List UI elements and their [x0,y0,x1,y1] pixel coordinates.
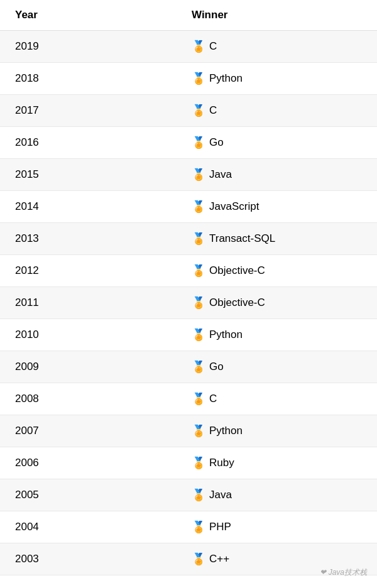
header-year: Year [15,9,185,21]
medal-icon: 🏅 [192,104,205,117]
medal-icon: 🏅 [192,264,205,278]
row-winner: 🏅Go [185,360,362,374]
row-year: 2004 [15,521,185,533]
table-row: 2007🏅Python [0,415,377,447]
row-winner: 🏅Transact-SQL [185,232,362,246]
table-row: 2018🏅Python [0,63,377,95]
table-row: 2019🏅C [0,31,377,63]
medal-icon: 🏅 [192,456,205,470]
row-year: 2014 [15,200,185,213]
table-row: 2009🏅Go [0,351,377,383]
row-year: 2011 [15,297,185,309]
watermark: ❤ Java技术栈 [320,567,367,578]
row-year: 2006 [15,457,185,469]
language-name: C [209,104,217,117]
table-row: 2013🏅Transact-SQL [0,223,377,255]
medal-icon: 🏅 [192,40,205,53]
table-row: 2012🏅Objective-C [0,255,377,287]
medal-icon: 🏅 [192,136,205,150]
row-winner: 🏅Objective-C [185,264,362,278]
row-year: 2009 [15,361,185,373]
medal-icon: 🏅 [192,360,205,374]
table-row: 2011🏅Objective-C [0,287,377,319]
row-winner: 🏅Python [185,328,362,342]
row-winner: 🏅C [185,392,362,406]
language-name: PHP [209,521,231,533]
language-name: JavaScript [209,200,259,213]
header-winner: Winner [185,9,362,21]
language-name: C [209,393,217,405]
row-year: 2016 [15,136,185,149]
table-row: 2014🏅JavaScript [0,191,377,223]
row-winner: 🏅Python [185,424,362,438]
medal-icon: 🏅 [192,296,205,310]
language-name: Objective-C [209,297,265,309]
table-row: 2006🏅Ruby [0,447,377,479]
language-name: Transact-SQL [209,232,275,245]
row-winner: 🏅C [185,104,362,117]
row-winner: 🏅PHP [185,520,362,534]
row-year: 2010 [15,329,185,341]
medal-icon: 🏅 [192,424,205,438]
medal-icon: 🏅 [192,168,205,182]
language-name: Python [209,72,243,85]
row-year: 2019 [15,40,185,53]
row-winner: 🏅JavaScript [185,200,362,214]
table-row: 2015🏅Java [0,159,377,191]
medal-icon: 🏅 [192,552,205,566]
table-body: 2019🏅C2018🏅Python2017🏅C2016🏅Go2015🏅Java2… [0,31,377,575]
row-winner: 🏅Go [185,136,362,150]
row-year: 2017 [15,104,185,117]
table-row: 2017🏅C [0,95,377,127]
medal-icon: 🏅 [192,328,205,342]
medal-icon: 🏅 [192,200,205,214]
table-row: 2005🏅Java [0,479,377,511]
medal-icon: 🏅 [192,392,205,406]
language-name: Ruby [209,457,234,469]
table-row: 2016🏅Go [0,127,377,159]
medal-icon: 🏅 [192,488,205,502]
row-year: 2015 [15,168,185,181]
medal-icon: 🏅 [192,72,205,85]
row-winner: 🏅Java [185,488,362,502]
language-name: Python [209,425,243,437]
row-winner: 🏅Java [185,168,362,182]
language-name: Go [209,136,224,149]
row-winner: 🏅Ruby [185,456,362,470]
language-name: C [209,40,217,53]
medal-icon: 🏅 [192,232,205,246]
row-year: 2012 [15,264,185,277]
language-name: C++ [209,553,229,565]
row-year: 2003 [15,553,185,565]
row-year: 2005 [15,489,185,501]
language-name: Java [209,489,232,501]
row-year: 2018 [15,72,185,85]
row-winner: 🏅Objective-C [185,296,362,310]
row-year: 2008 [15,393,185,405]
medal-icon: 🏅 [192,520,205,534]
table-header: Year Winner [0,0,377,31]
row-winner: 🏅C++ [185,552,362,566]
language-name: Java [209,168,232,181]
tiobe-table: Year Winner 2019🏅C2018🏅Python2017🏅C2016🏅… [0,0,377,575]
language-name: Objective-C [209,264,265,277]
table-row: 2010🏅Python [0,319,377,351]
row-winner: 🏅C [185,40,362,53]
table-row: 2004🏅PHP [0,511,377,543]
language-name: Python [209,329,243,341]
language-name: Go [209,361,224,373]
row-year: 2007 [15,425,185,437]
row-winner: 🏅Python [185,72,362,85]
table-row: 2008🏅C [0,383,377,415]
row-year: 2013 [15,232,185,245]
